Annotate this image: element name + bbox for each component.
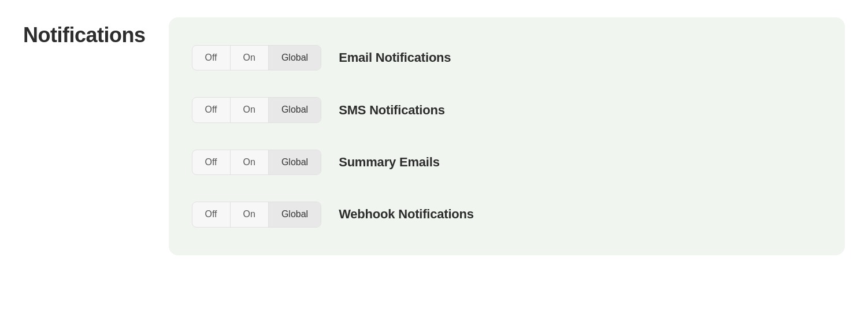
toggle-summary-off[interactable]: Off: [192, 150, 230, 174]
toggle-email-on[interactable]: On: [230, 46, 268, 70]
toggle-email-off[interactable]: Off: [192, 46, 230, 70]
notification-row-summary: OffOnGlobalSummary Emails: [192, 139, 822, 185]
notifications-panel: OffOnGlobalEmail NotificationsOffOnGloba…: [169, 17, 845, 255]
toggle-group-webhook: OffOnGlobal: [192, 202, 322, 227]
page-container: Notifications OffOnGlobalEmail Notificat…: [23, 17, 845, 255]
notification-row-sms: OffOnGlobalSMS Notifications: [192, 87, 822, 133]
notification-label-sms: SMS Notifications: [339, 103, 445, 118]
toggle-group-sms: OffOnGlobal: [192, 97, 322, 122]
toggle-webhook-on[interactable]: On: [230, 202, 268, 226]
toggle-group-summary: OffOnGlobal: [192, 150, 322, 175]
notification-label-email: Email Notifications: [339, 50, 451, 65]
page-title: Notifications: [23, 23, 146, 47]
toggle-email-global[interactable]: Global: [268, 46, 321, 70]
toggle-group-email: OffOnGlobal: [192, 45, 322, 70]
toggle-sms-on[interactable]: On: [230, 98, 268, 122]
toggle-sms-off[interactable]: Off: [192, 98, 230, 122]
notification-label-summary: Summary Emails: [339, 155, 440, 170]
left-panel: Notifications: [23, 17, 146, 47]
toggle-webhook-global[interactable]: Global: [268, 202, 321, 226]
toggle-summary-on[interactable]: On: [230, 150, 268, 174]
notification-label-webhook: Webhook Notifications: [339, 207, 474, 222]
toggle-sms-global[interactable]: Global: [268, 98, 321, 122]
notification-row-webhook: OffOnGlobalWebhook Notifications: [192, 191, 822, 237]
toggle-webhook-off[interactable]: Off: [192, 202, 230, 226]
toggle-summary-global[interactable]: Global: [268, 150, 321, 174]
notification-row-email: OffOnGlobalEmail Notifications: [192, 35, 822, 81]
